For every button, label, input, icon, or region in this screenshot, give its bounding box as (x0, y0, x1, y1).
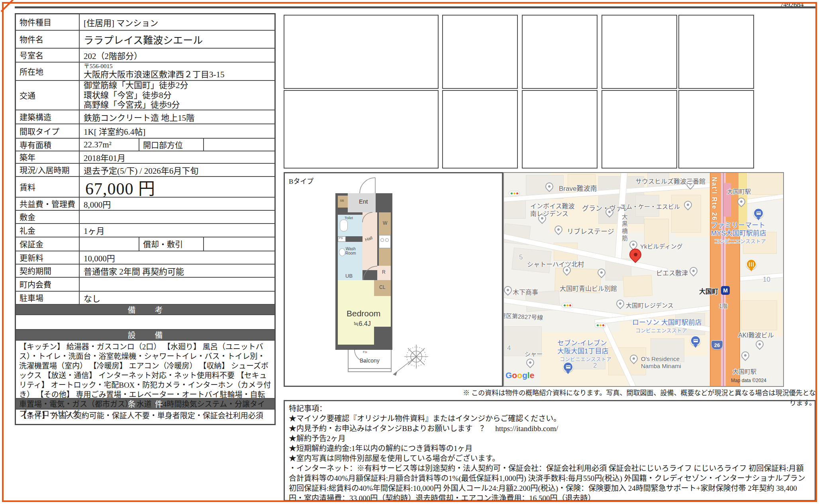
table-row: 物件種目 [住居用] マンション (16, 14, 274, 30)
remarks-content (16, 314, 274, 329)
top-rule (15, 6, 816, 8)
map-label: コンビニエンスストア (714, 238, 766, 245)
map-pin-icon (615, 298, 626, 309)
route26-name: Nat'l Rte 26 (711, 177, 718, 229)
floorplan-linework (285, 173, 502, 386)
convenience-store-pin (563, 362, 573, 372)
notes-line: ★短期解約違約金:1年以内の解約につき賃料等の1ヶ月 (289, 443, 811, 453)
row-value: 1K[ 洋室約6.4帖] (80, 124, 274, 138)
row-label: 町内会費 (16, 278, 80, 291)
conditions-content: 【条件】 外国人契約可能・保証人不要・単身者限定・保証会社利用必須 (16, 409, 274, 424)
table-row: 町内会費 (16, 277, 274, 291)
table-row: 現況/入居時期 退去予定(5/下) / 2026年6月下旬 (16, 163, 274, 176)
row-label: 賃料 (16, 177, 80, 197)
map-label: ファミリーマート MYS大国町駅前店 (711, 222, 766, 238)
traffic-light-icon (562, 303, 573, 308)
convenience-store-pin (690, 335, 701, 346)
google-logo-letter: o (512, 371, 517, 380)
row-label: 契約期間 (16, 265, 80, 277)
map-label: 大国町レジデンス (626, 302, 674, 309)
table-row: 契約期間 普通借家 2年間 再契約可能 (16, 264, 274, 277)
traffic-light-icon (595, 323, 606, 328)
row-label: 専有面積 (16, 139, 80, 151)
access-line: 高野線「今宮戎」徒歩9分 (84, 100, 180, 110)
row-value: 2018年01月 (80, 151, 274, 163)
row-label: 現況/入居時期 (16, 164, 80, 176)
row-sublabel: 開口部方位 (139, 139, 203, 151)
map-label: 4 (507, 344, 511, 352)
row-value: 普通借家 2年間 再契約可能 (80, 265, 274, 277)
map-label: シャー (525, 351, 543, 358)
table-row: 物件名 ララプレイス難波シエール (16, 30, 274, 48)
postal-code: 〒556-0015 (84, 63, 113, 70)
table-row: 築年 2018年01月 (16, 151, 274, 163)
row-label: 敷金 (16, 211, 80, 223)
row-label: 物件種目 (16, 14, 80, 30)
flyer-page: 7492684 物件種目 [住居用] マンション 物件名 ララプレイス難波シエー… (0, 0, 819, 504)
page-border-corner (1, 0, 14, 12)
map-label: コンビニエンスストア (635, 328, 687, 334)
google-logo-letter: g (522, 371, 527, 380)
row-label: 号室名 (16, 49, 80, 62)
map-label: セブン-イレブン 大阪大国1丁目店 (557, 339, 608, 356)
map-label: 5 (519, 253, 523, 261)
row-value (80, 237, 139, 251)
row-label: 更新料 (16, 251, 80, 264)
map-label: コンビニエンスストア (560, 356, 611, 363)
google-logo: Google (506, 371, 534, 380)
map-label: 木下商事 (513, 288, 538, 296)
photo-placeholder (284, 15, 439, 89)
row-value: 8,000円 (80, 198, 274, 210)
table-row: 保証金 償却・敷引 (16, 237, 274, 251)
table-row: 建築構造 鉄筋コンクリート造 地上15階 (16, 110, 274, 124)
map-label: サウスヒルズ難波三番館 (635, 178, 705, 185)
photo-placeholder (678, 15, 754, 89)
photo-placeholder (602, 90, 677, 169)
table-row: 交通 御堂筋線「大国町」徒歩2分 環状線「今宮」徒歩8分 高野線「今宮戎」徒歩9… (16, 80, 274, 110)
table-row: 駐車場 なし (16, 291, 274, 304)
row-label: 駐車場 (16, 292, 80, 304)
map-label-station-top: 大国町駅 (727, 188, 751, 195)
google-logo-letter: o (517, 371, 522, 380)
row-value: 〒556-0015 大阪府大阪市浪速区敷津西２丁目3-15 (80, 63, 274, 80)
row-label: 物件名 (16, 31, 80, 48)
row-value (80, 211, 274, 223)
table-row: 敷金 (16, 210, 274, 223)
row-label: 築年 (16, 151, 80, 163)
row-label: 建築構造 (16, 110, 80, 124)
map-pin-icon (688, 265, 699, 277)
map-pin-icon (740, 350, 751, 361)
convenience-store-pin (753, 208, 764, 218)
map-street-name: 速区第2827号線 (503, 312, 543, 322)
google-logo-letter: e (530, 371, 535, 380)
row-value: 1ヶ月 (80, 224, 274, 237)
row-label: 交通 (16, 81, 80, 110)
map-label: Ykビルディング (640, 243, 682, 250)
row-subvalue (203, 237, 274, 251)
map-road (740, 273, 784, 281)
photo-placeholder (602, 15, 677, 89)
map-pin-icon (754, 339, 765, 350)
notes-line: ★マイソク要確認『オリジナル物件資料』またはイタンジからご確認ください。 (289, 414, 811, 424)
table-row: 賃料 67,000 円 (16, 176, 274, 197)
row-value: 10,000円 (80, 251, 274, 264)
table-row: 所在地 〒556-0015 大阪府大阪市浪速区敷津西２丁目3-15 (16, 62, 274, 80)
map-label: AKI難波ビル (738, 331, 774, 339)
map-panel: Nat'l Rte 26 26 Brave難波南 サウスヒルズ難波三番館 (503, 172, 784, 387)
route26-shield: 26 (711, 340, 723, 350)
photo-placeholder (522, 15, 598, 89)
row-label: 間取タイプ (16, 124, 80, 138)
restaurant-pin (746, 259, 756, 269)
map-label: Brave難波南 (559, 185, 597, 193)
google-logo-letter: G (506, 371, 512, 380)
floorplan-panel: Bタイプ Ent SB Toilet Hall W PS Wash Room U… (284, 172, 503, 387)
table-row: 号室名 202（2階部分） (16, 48, 274, 62)
table-row: 間取タイプ 1K[ 洋室約6.4帖] (16, 124, 274, 138)
row-label: 保証金 (16, 237, 80, 251)
map-label: ピエス敷津 (656, 269, 688, 277)
row-label: 所在地 (16, 63, 80, 80)
section-header-equipment: 設 備 (16, 329, 274, 340)
notes-title: 特記事項： (289, 404, 811, 414)
map-building (623, 275, 653, 297)
map-label: 大国町青山ビル別館 (560, 285, 617, 292)
